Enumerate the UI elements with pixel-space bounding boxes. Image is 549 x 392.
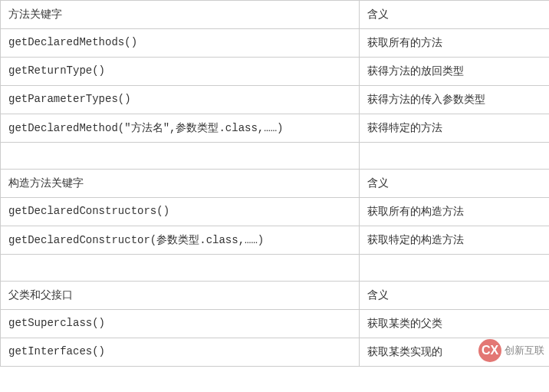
table-row: 构造方法关键字 含义	[1, 170, 550, 198]
cell-keyword: getDeclaredMethods()	[1, 29, 360, 58]
cell-keyword: getParameterTypes()	[1, 86, 360, 114]
cell-keyword: getDeclaredConstructors()	[1, 198, 360, 226]
cell-keyword: getSuperclass()	[1, 310, 360, 338]
table-row-empty	[1, 143, 550, 170]
header-meaning: 含义	[360, 1, 550, 29]
cell-keyword: getDeclaredMethod("方法名",参数类型.class,……)	[1, 114, 360, 143]
table-row: 父类和父接口 含义	[1, 282, 550, 310]
cell-keyword: getDeclaredConstructor(参数类型.class,……)	[1, 226, 360, 255]
cell-empty	[360, 255, 550, 282]
cell-keyword: getReturnType()	[1, 58, 360, 86]
header-keyword: 构造方法关键字	[1, 170, 360, 198]
cell-meaning: 获取所有的构造方法	[360, 198, 550, 226]
table-row: getReturnType() 获得方法的放回类型	[1, 58, 550, 86]
cell-meaning: 获得方法的传入参数类型	[360, 86, 550, 114]
cell-meaning: 获取所有的方法	[360, 29, 550, 58]
table-row: getDeclaredConstructors() 获取所有的构造方法	[1, 198, 550, 226]
cell-meaning: 获取某类的父类	[360, 310, 550, 338]
cell-empty	[360, 143, 550, 170]
header-keyword: 父类和父接口	[1, 282, 360, 310]
reference-table: 方法关键字 含义 getDeclaredMethods() 获取所有的方法 ge…	[0, 0, 549, 367]
table-row: getParameterTypes() 获得方法的传入参数类型	[1, 86, 550, 114]
table-row: 方法关键字 含义	[1, 1, 550, 29]
table-row: getDeclaredMethod("方法名",参数类型.class,……) 获…	[1, 114, 550, 143]
cell-meaning: 获得特定的方法	[360, 114, 550, 143]
cell-keyword: getInterfaces()	[1, 338, 360, 367]
header-meaning: 含义	[360, 170, 550, 198]
table-row-empty	[1, 255, 550, 282]
table-row: getSuperclass() 获取某类的父类	[1, 310, 550, 338]
cell-empty	[1, 255, 360, 282]
table-row: getInterfaces() 获取某类实现的	[1, 338, 550, 367]
cell-meaning: 获得方法的放回类型	[360, 58, 550, 86]
table-row: getDeclaredMethods() 获取所有的方法	[1, 29, 550, 58]
cell-meaning: 获取某类实现的	[360, 338, 550, 367]
cell-empty	[1, 143, 360, 170]
table-row: getDeclaredConstructor(参数类型.class,……) 获取…	[1, 226, 550, 255]
header-meaning: 含义	[360, 282, 550, 310]
cell-meaning: 获取特定的构造方法	[360, 226, 550, 255]
header-keyword: 方法关键字	[1, 1, 360, 29]
